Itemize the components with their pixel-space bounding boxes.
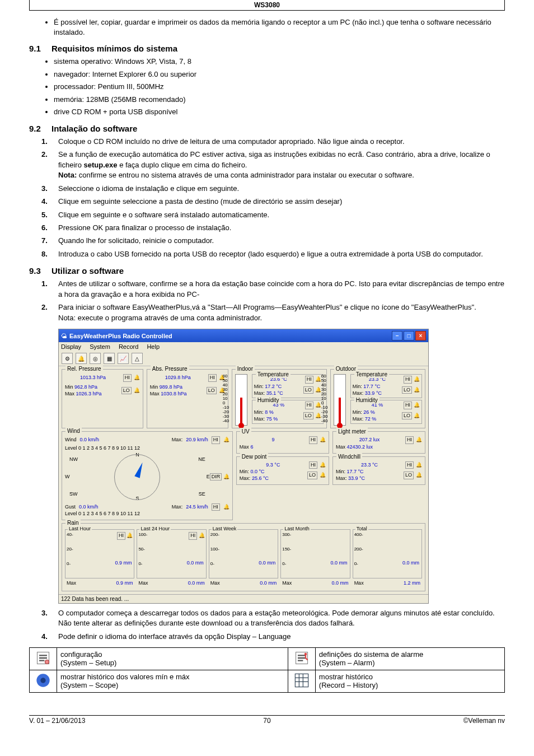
req-item: navegador: Internet Explorer 6.0 ou supe… (54, 69, 505, 80)
step: 1.Antes de utilizar o software, confirme… (29, 279, 505, 300)
bell-icon[interactable]: 🔔 (315, 387, 321, 394)
bell-icon[interactable]: 🔔 (320, 462, 326, 469)
menu-system[interactable]: System (90, 343, 110, 350)
dew-max: 25.6 °C (252, 475, 269, 481)
bell-icon[interactable]: 🔔 (320, 472, 326, 479)
indoor-temp-hi[interactable]: HI (305, 376, 313, 384)
indoor-hum-legend: Humidity (256, 396, 281, 404)
outdoor-temp-lo[interactable]: LO (402, 386, 412, 394)
toolbar: ⚙ 🔔 ◎ ▦ 📈 △ (59, 351, 428, 366)
rel-pressure-min: 962.8 hPa (74, 384, 97, 390)
indoor-temp-lo[interactable]: LO (303, 386, 313, 394)
light-hi[interactable]: HI (405, 436, 414, 444)
dew-hi[interactable]: HI (309, 461, 317, 469)
compass-sw: SW (69, 491, 78, 498)
outdoor-temp-max: 33.9 °C (365, 390, 382, 396)
menu-display[interactable]: Display (61, 343, 81, 350)
abs-pressure-hi[interactable]: HI (208, 374, 217, 382)
bell-icon[interactable]: 🔔 (414, 376, 420, 383)
indoor-hum-lo[interactable]: LO (303, 412, 313, 420)
outdoor-temp-hi[interactable]: HI (404, 376, 412, 384)
indoor-hum-hi[interactable]: HI (305, 402, 313, 409)
outdoor-hum-max: 72 % (365, 416, 377, 422)
indoor-thermo-ticks: 60 50 40 30 20 10 0 -10 -20 -30 -40 (223, 374, 229, 423)
close-button[interactable]: × (415, 331, 426, 340)
menubar: Display System Record Help (59, 342, 428, 351)
bell-icon[interactable]: 🔔 (414, 413, 420, 419)
outdoor-hum-legend: Humidity (354, 396, 380, 404)
compass-icon (114, 454, 160, 500)
step: 3.O computador começa a descarregar todo… (29, 608, 505, 629)
outdoor-hum-hi[interactable]: HI (404, 402, 412, 409)
outdoor-hum-max-label: Max: (353, 416, 364, 422)
bell-icon[interactable]: 🔔 (315, 413, 321, 419)
toolbar-setup-icon[interactable]: ⚙ (62, 353, 73, 364)
bell-icon[interactable]: 🔔 (416, 437, 422, 444)
indoor-thermometer-icon (235, 374, 247, 426)
dew-lo[interactable]: LO (307, 472, 317, 479)
maximize-button[interactable]: □ (404, 331, 414, 340)
section-93-heading: 9.3Utilizar o software (29, 266, 505, 276)
abs-pressure-min-label: Min (150, 384, 158, 390)
bell-icon[interactable]: 🔔 (414, 402, 420, 409)
bell-icon[interactable]: 🔔 (416, 472, 422, 479)
rain-column: Last Hour40-20-0-HI 🔔0.9 mmMax0.9 mm (65, 529, 134, 578)
light-max: 42430.2 lux (346, 444, 373, 450)
bell-icon[interactable]: 🔔 (223, 437, 229, 444)
toolbar-graph-icon[interactable]: 📈 (118, 353, 129, 364)
indoor-temp-min: 17.2 °C (265, 384, 282, 389)
toolbar-history-icon[interactable]: ▦ (104, 353, 115, 364)
step: 4.Clique em seguinte seleccione a pasta … (29, 197, 505, 207)
footer-center: 70 (188, 717, 346, 725)
req-item: memória: 128MB (256MB recomendado) (54, 95, 505, 105)
gust-scale: 0 1 2 3 4 5 6 7 8 9 10 11 12 (78, 511, 140, 516)
wind-legend: Wind (65, 428, 82, 434)
bell-icon[interactable]: 🔔 (315, 402, 321, 409)
bell-icon[interactable]: 🔔 (414, 387, 420, 394)
gust-value: 0.0 km/h (79, 504, 99, 511)
bell-icon[interactable]: 🔔 (223, 474, 229, 479)
menu-record[interactable]: Record (119, 343, 138, 350)
wind-hi[interactable]: HI (212, 436, 220, 444)
wind-dir[interactable]: DIR (210, 473, 222, 481)
outdoor-hum-lo[interactable]: LO (402, 412, 412, 420)
abs-pressure-lo[interactable]: LO (207, 387, 217, 395)
toolbar-about-icon[interactable]: △ (132, 353, 143, 364)
windchill-hi[interactable]: HI (405, 461, 414, 469)
bell-icon[interactable]: 🔔 (223, 504, 229, 511)
rel-pressure-value: 1013.3 hPa (65, 375, 121, 381)
bell-icon[interactable]: 🔔 (134, 388, 140, 394)
wind-scale: 0 1 2 3 4 5 6 7 8 9 10 11 12 (78, 445, 140, 451)
step: 2.Se a função de execução automática do … (29, 150, 505, 180)
menu-help[interactable]: Help (147, 343, 160, 350)
gust-hi[interactable]: HI (212, 503, 220, 511)
config-icon (288, 648, 315, 670)
rel-pressure-min-label: Min (65, 384, 73, 390)
rel-pressure-lo[interactable]: LO (121, 387, 132, 395)
bell-icon[interactable]: 🔔 (320, 437, 326, 444)
windchill-max: 33.9 °C (348, 475, 365, 481)
step: 1.Coloque o CD ROM incluído no drive de … (29, 137, 505, 147)
rel-pressure-hi[interactable]: HI (123, 374, 132, 382)
gust-max-label: Max: (172, 504, 183, 511)
minimize-button[interactable]: – (392, 331, 402, 340)
bell-icon[interactable]: 🔔 (315, 376, 321, 383)
wind-label: Wind (65, 437, 77, 444)
toolbar-scope-icon[interactable]: ◎ (90, 353, 101, 364)
intro-bullet: É possível ler, copiar, guardar e imprim… (54, 17, 505, 37)
wind-value: 0.0 km/h (80, 437, 100, 444)
bell-icon[interactable]: 🔔 (134, 375, 140, 381)
req-item: processador: Pentium III, 500MHz (54, 82, 505, 92)
bell-icon[interactable]: 🔔 (416, 462, 422, 469)
uv-hi[interactable]: HI (309, 436, 317, 444)
titlebar: 🌤 EasyWeatherPlus Radio Controlled – □ × (59, 329, 428, 342)
dew-value: 9.3 °C (240, 462, 307, 469)
outdoor-hum-min: 26 % (363, 409, 375, 415)
uv-max: 6 (250, 444, 253, 450)
abs-pressure-value: 1029.8 hPa (150, 375, 206, 381)
config-icon (30, 670, 57, 693)
svg-point-5 (40, 678, 45, 683)
windchill-lo[interactable]: LO (404, 472, 414, 479)
rain-column: Last Week200-100-0-0.0 mmMax0.0 mm (209, 529, 278, 578)
toolbar-alarm-icon[interactable]: 🔔 (76, 353, 87, 364)
